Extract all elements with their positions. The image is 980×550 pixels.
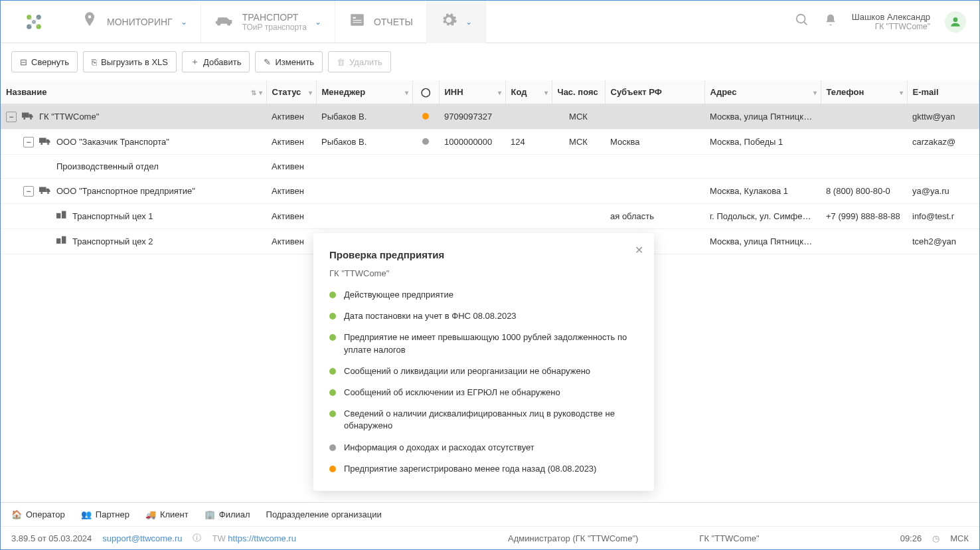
filter-icon[interactable]: ▾: [544, 88, 548, 96]
cell-status: Активен: [266, 179, 316, 204]
version-text: 3.89.5 от 05.03.2024: [11, 533, 92, 543]
col-phone[interactable]: Телефон▾: [821, 80, 907, 104]
row-name: ООО "Заказчик Транспорта": [56, 137, 169, 147]
branch-icon: [56, 236, 67, 247]
tree-toggle[interactable]: −: [6, 112, 17, 122]
col-status[interactable]: Статус▾: [266, 80, 316, 104]
table-row[interactable]: −ООО "Заказчик Транспорта"АктивенРыбаков…: [1, 130, 979, 155]
nav-reports[interactable]: ОТЧЕТЫ: [335, 1, 427, 43]
col-manager[interactable]: Менеджер▾: [316, 80, 412, 104]
cell-subject: Москва: [605, 130, 704, 155]
table-row[interactable]: Транспортный цех 1Активеная областьг. По…: [1, 204, 979, 229]
col-code[interactable]: Код▾: [505, 80, 552, 104]
bell-icon[interactable]: [824, 13, 837, 31]
svg-rect-14: [22, 113, 29, 118]
branch-icon: [56, 211, 67, 222]
truck-icon: [39, 136, 51, 147]
user-name: Шашков Александр: [852, 12, 930, 22]
pin-icon: [80, 11, 99, 33]
cell-subject: ая область: [605, 204, 704, 229]
cell-inn: 1000000000: [439, 130, 505, 155]
tw-label: TW: [212, 533, 225, 543]
popup-item: Предприятие зарегистрировано менее года …: [329, 463, 638, 475]
col-check[interactable]: ◯: [412, 80, 439, 104]
edit-button[interactable]: ✎Изменить: [255, 51, 323, 72]
search-icon[interactable]: [795, 13, 809, 31]
branch-icon: 🏢: [204, 509, 215, 519]
company-check-popup: ✕ Проверка предприятия ГК "TTWCome" Дейс…: [313, 233, 654, 491]
col-inn[interactable]: ИНН▾: [439, 80, 505, 104]
header: МОНИТОРИНГ ⌄ ТРАНСПОРТ ТОиР транспорта ⌄…: [1, 1, 979, 43]
svg-point-15: [23, 118, 25, 120]
popup-item: Предприятие не имеет превышающую 1000 ру…: [329, 331, 638, 355]
svg-line-12: [804, 22, 807, 25]
status-dot: [422, 113, 429, 120]
legend-operator: 🏠Оператор: [11, 509, 65, 519]
time-text: 09:26: [900, 533, 922, 543]
svg-point-13: [953, 17, 958, 22]
nav-reports-label: ОТЧЕТЫ: [374, 17, 413, 27]
collapse-button[interactable]: ⊟Свернуть: [11, 51, 78, 72]
filter-icon[interactable]: ▾: [813, 88, 817, 96]
logo[interactable]: [1, 10, 67, 34]
table-container: Название⇅▾ Статус▾ Менеджер▾ ◯ ИНН▾ Код▾…: [1, 80, 979, 502]
svg-point-16: [30, 118, 32, 120]
collapse-icon: ⊟: [20, 57, 27, 67]
tree-toggle[interactable]: −: [23, 137, 34, 147]
cell-tz: [552, 155, 605, 179]
filter-icon[interactable]: ▾: [405, 88, 408, 96]
nav-monitoring[interactable]: МОНИТОРИНГ ⌄: [67, 1, 201, 43]
popup-item-text: Сведений о наличии дисквалифицированных …: [344, 408, 638, 432]
filter-icon[interactable]: ▾: [900, 88, 903, 96]
filter-icon[interactable]: ▾: [498, 88, 501, 96]
col-timezone[interactable]: Час. пояс: [552, 80, 605, 104]
svg-rect-8: [353, 17, 355, 18]
filter-icon[interactable]: ▾: [309, 88, 312, 96]
col-address[interactable]: Адрес▾: [704, 80, 821, 104]
cell-tz: [552, 204, 605, 229]
cell-inn: 9709097327: [439, 104, 505, 130]
avatar[interactable]: [945, 11, 966, 33]
cell-tz: МСК: [552, 104, 605, 130]
sort-icon[interactable]: ⇅: [251, 88, 256, 96]
cell-phone: [821, 229, 907, 254]
row-name: ООО "Транспортное предприятие": [56, 186, 195, 196]
nav-monitoring-label: МОНИТОРИНГ: [107, 17, 173, 27]
site-link[interactable]: https://ttwcome.ru: [228, 533, 296, 543]
status-dot: [329, 444, 336, 451]
export-label: Выгрузить в XLS: [101, 57, 168, 67]
popup-item-text: Действующее предприятие: [344, 289, 453, 301]
gear-icon: [440, 11, 457, 33]
nav-settings[interactable]: ⌄: [427, 1, 486, 43]
help-icon[interactable]: ⓘ: [193, 532, 201, 544]
tree-toggle[interactable]: −: [23, 186, 34, 197]
status-dot: [329, 334, 336, 341]
support-link[interactable]: support@ttwcome.ru: [102, 533, 182, 543]
filter-icon[interactable]: ▾: [259, 88, 262, 96]
plus-icon: ＋: [191, 56, 199, 68]
table-row[interactable]: Производственный отделАктивен: [1, 155, 979, 179]
popup-item: Сообщений об исключении из ЕГРЮЛ не обна…: [329, 387, 638, 399]
add-button[interactable]: ＋Добавить: [182, 51, 250, 72]
cell-address: г. Подольск, ул. Симферопол...: [704, 204, 821, 229]
cell-manager: [316, 204, 412, 229]
popup-item-text: Предприятие зарегистрировано менее года …: [344, 463, 596, 475]
chevron-down-icon: ⌄: [465, 17, 472, 27]
col-subject[interactable]: Субъект РФ: [605, 80, 704, 104]
svg-point-11: [797, 15, 805, 23]
svg-rect-24: [62, 211, 66, 219]
status-dot: [329, 313, 336, 320]
user-block[interactable]: Шашков Александр ГК "TTWCome": [852, 12, 930, 31]
col-name[interactable]: Название⇅▾: [1, 80, 266, 104]
table-row[interactable]: −ООО "Транспортное предприятие"АктивенМо…: [1, 179, 979, 204]
col-email[interactable]: E-mail: [907, 80, 979, 104]
status-dot: [329, 466, 336, 472]
nav-transport[interactable]: ТРАНСПОРТ ТОиР транспорта ⌄: [201, 1, 335, 43]
table-row[interactable]: −ГК "TTWCome"АктивенРыбаков В.9709097327…: [1, 104, 979, 130]
popup-item: Информация о доходах и расходах отсутств…: [329, 442, 638, 454]
cell-code: [505, 104, 552, 130]
cell-subject: [605, 104, 704, 130]
export-button[interactable]: ⎘Выгрузить в XLS: [83, 51, 177, 72]
close-icon[interactable]: ✕: [635, 244, 643, 256]
popup-item-text: Информация о доходах и расходах отсутств…: [344, 442, 534, 454]
